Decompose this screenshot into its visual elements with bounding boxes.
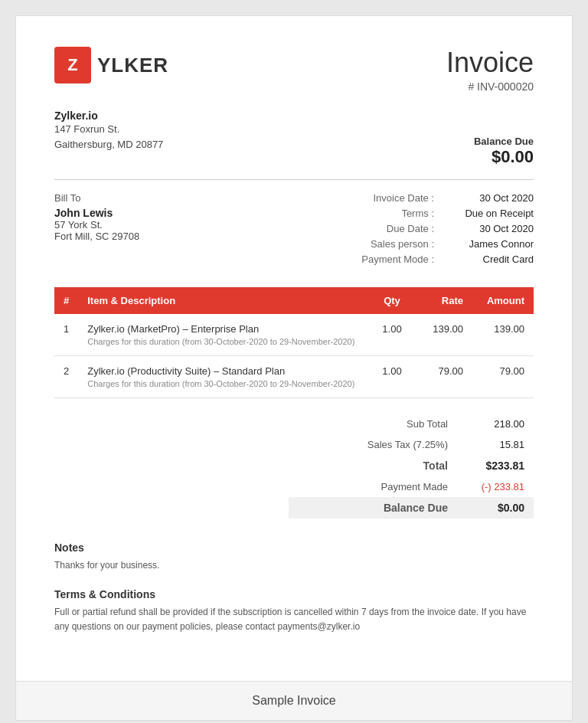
- company-name: Zylker.io: [54, 110, 163, 122]
- balance-section: Balance Due $0.00: [474, 136, 534, 167]
- balance-value: $0.00: [463, 502, 524, 514]
- item-name: Zylker.io (Productivity Suite) – Standar…: [87, 365, 356, 377]
- tax-value: 15.81: [463, 439, 524, 450]
- company-address-line1: 147 Foxrun St.: [54, 122, 163, 137]
- subtotal-value: 218.00: [463, 418, 524, 430]
- col-num: #: [54, 287, 78, 314]
- notes-section: Notes Thanks for your business.: [54, 541, 534, 573]
- payment-mode-label: Payment Mode :: [358, 254, 434, 265]
- subtotal-label: Sub Total: [298, 418, 463, 430]
- balance-due-amount: $0.00: [474, 147, 534, 167]
- row-item: Zylker.io (Productivity Suite) – Standar…: [78, 356, 365, 398]
- item-name: Zylker.io (MarketPro) – Enterprise Plan: [87, 323, 356, 335]
- bill-to-address1: 57 York St.: [54, 219, 139, 231]
- col-qty: Qty: [365, 287, 419, 314]
- balance-due-row: Balance Due $0.00: [289, 497, 534, 519]
- col-rate: Rate: [419, 287, 472, 314]
- invoice-details: Invoice Date : 30 Oct 2020 Terms : Due o…: [358, 192, 534, 269]
- bill-to-address2: Fort Mill, SC 29708: [54, 231, 139, 242]
- col-amount: Amount: [472, 287, 534, 314]
- salesperson-label: Sales person :: [358, 238, 434, 250]
- footer-label: Sample Invoice: [252, 694, 335, 707]
- row-num: 1: [54, 314, 78, 356]
- detail-terms: Terms : Due on Receipt: [358, 208, 534, 219]
- logo-area: Z YLKER: [54, 47, 168, 83]
- row-qty: 1.00: [365, 356, 419, 398]
- payment-label: Payment Made: [298, 481, 463, 492]
- total-value: $233.81: [463, 460, 524, 472]
- invoice-title: Invoice: [446, 47, 534, 79]
- notes-title: Notes: [54, 541, 534, 554]
- item-description: Charges for this duration (from 30-Octob…: [87, 337, 356, 346]
- salesperson-value: James Connor: [449, 238, 534, 250]
- row-amount: 79.00: [472, 356, 534, 398]
- tax-row: Sales Tax (7.25%) 15.81: [289, 434, 534, 455]
- invoice-title-area: Invoice # INV-000020: [446, 47, 534, 93]
- terms-label: Terms :: [358, 208, 434, 219]
- bill-to-name: John Lewis: [54, 207, 139, 219]
- company-info: Zylker.io 147 Foxrun St. Gaithersburg, M…: [54, 110, 163, 152]
- row-rate: 79.00: [419, 356, 472, 398]
- due-date-label: Due Date :: [358, 223, 434, 234]
- payment-row: Payment Made (-) 233.81: [289, 476, 534, 497]
- payment-value: (-) 233.81: [463, 481, 524, 492]
- invoice-container: Z YLKER Invoice # INV-000020 Zylker.io 1…: [16, 16, 572, 681]
- table-row: 2 Zylker.io (Productivity Suite) – Stand…: [54, 356, 534, 398]
- row-num: 2: [54, 356, 78, 398]
- invoice-date-value: 30 Oct 2020: [449, 192, 534, 204]
- bill-to: Bill To John Lewis 57 York St. Fort Mill…: [54, 192, 139, 269]
- total-label: Total: [298, 460, 463, 472]
- invoice-date-label: Invoice Date :: [358, 192, 434, 204]
- page-wrapper: Z YLKER Invoice # INV-000020 Zylker.io 1…: [15, 15, 573, 721]
- row-amount: 139.00: [472, 314, 534, 356]
- detail-due-date: Due Date : 30 Oct 2020: [358, 223, 534, 234]
- detail-salesperson: Sales person : James Connor: [358, 238, 534, 250]
- due-date-value: 30 Oct 2020: [449, 223, 534, 234]
- terms-value: Due on Receipt: [449, 208, 534, 219]
- tax-label: Sales Tax (7.25%): [298, 439, 463, 450]
- info-section: Bill To John Lewis 57 York St. Fort Mill…: [54, 192, 534, 269]
- row-rate: 139.00: [419, 314, 472, 356]
- footer: Sample Invoice: [16, 681, 572, 720]
- totals-section: Sub Total 218.00 Sales Tax (7.25%) 15.81…: [54, 414, 534, 519]
- table-header: # Item & Description Qty Rate Amount: [54, 287, 534, 314]
- terms-title: Terms & Conditions: [54, 588, 534, 600]
- table-body: 1 Zylker.io (MarketPro) – Enterprise Pla…: [54, 314, 534, 398]
- row-qty: 1.00: [365, 314, 419, 356]
- row-item: Zylker.io (MarketPro) – Enterprise Plan …: [78, 314, 365, 356]
- invoice-table: # Item & Description Qty Rate Amount 1 Z…: [54, 287, 534, 398]
- table-row: 1 Zylker.io (MarketPro) – Enterprise Pla…: [54, 314, 534, 356]
- logo-name: YLKER: [97, 54, 168, 77]
- item-description: Charges for this duration (from 30-Octob…: [87, 379, 356, 388]
- subtotal-row: Sub Total 218.00: [289, 414, 534, 434]
- logo-icon: Z: [54, 47, 91, 83]
- detail-payment-mode: Payment Mode : Credit Card: [358, 254, 534, 265]
- total-row: Total $233.81: [289, 455, 534, 476]
- detail-invoice-date: Invoice Date : 30 Oct 2020: [358, 192, 534, 204]
- notes-text: Thanks for your business.: [54, 558, 534, 573]
- terms-text: Full or partial refund shall be provided…: [54, 605, 534, 634]
- balance-label: Balance Due: [298, 502, 463, 514]
- terms-section: Terms & Conditions Full or partial refun…: [54, 588, 534, 634]
- divider: [54, 179, 534, 180]
- company-address-line2: Gaithersburg, MD 20877: [54, 137, 163, 152]
- payment-mode-value: Credit Card: [449, 254, 534, 265]
- col-item: Item & Description: [78, 287, 365, 314]
- bill-to-label: Bill To: [54, 192, 139, 204]
- header: Z YLKER Invoice # INV-000020: [54, 47, 534, 93]
- invoice-number: # INV-000020: [446, 80, 534, 93]
- balance-due-label: Balance Due: [474, 136, 534, 147]
